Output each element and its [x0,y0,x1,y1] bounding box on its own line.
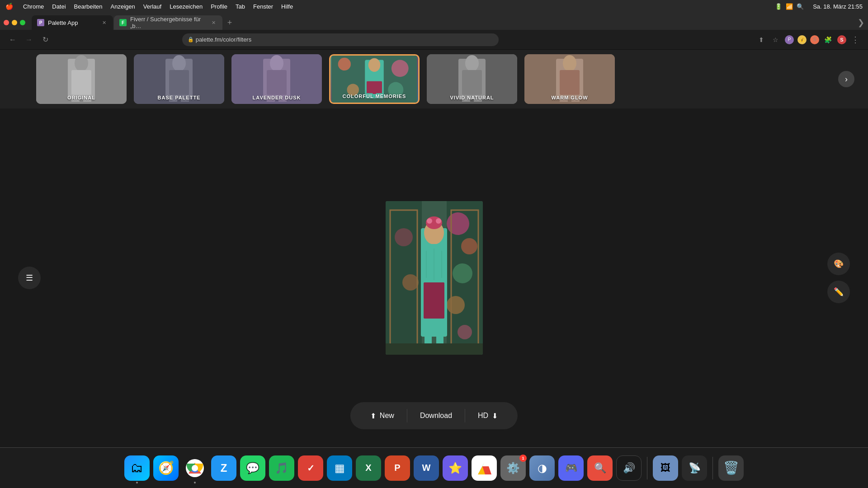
filter-original[interactable]: ORIGINAL [36,54,127,104]
dock-dot-finder [136,482,138,483]
extensions-icon[interactable]: 🧩 [823,34,834,45]
tab-close-palette[interactable]: ✕ [100,19,108,26]
dock-soundsource[interactable]: 🔊 [616,455,642,481]
menubar-fenster[interactable]: Fenster [253,3,273,10]
hd-button[interactable]: HD ⬇ [469,408,507,424]
chrome-icon [186,459,204,477]
dock-todoist[interactable]: ✓ [298,455,323,481]
bookmark-icon[interactable]: ☆ [770,34,781,45]
svg-rect-32 [462,70,482,95]
dock-superstar[interactable]: ⭐ [443,455,468,481]
hamburger-icon: ☰ [26,273,33,283]
dock-excel[interactable]: X [356,455,381,481]
svg-rect-15 [267,70,287,95]
hd-download-icon: ⬇ [492,412,498,420]
traffic-light-green[interactable] [20,20,25,25]
traffic-light-yellow[interactable] [12,20,17,25]
dock-chrome[interactable] [182,455,208,481]
dock-finder[interactable]: 🗂 [124,455,150,481]
menubar-bearbeiten[interactable]: Bearbeiten [74,3,103,10]
arc-icon: ◑ [538,462,547,474]
dock-arc[interactable]: ◑ [529,455,555,481]
dock-trello[interactable]: ▦ [327,455,352,481]
svg-point-2 [75,55,88,71]
spotify-icon: 🎵 [275,462,288,474]
menubar-icon-search[interactable]: 🔍 [797,3,804,10]
finder-icon: 🗂 [131,460,143,475]
zoom-icon: Z [221,462,227,474]
apple-menu[interactable]: 🍎 [5,3,13,10]
filter-colorful-memories[interactable]: COLORFUL MEMORIES [329,54,420,104]
filter-lavender-dusk[interactable]: LAVENDER DUSK [231,54,322,104]
filter-colorful-label: COLORFUL MEMORIES [330,94,418,99]
dock-trash[interactable]: 🗑️ [718,455,744,481]
svg-point-19 [338,58,351,70]
dock-gdrive[interactable] [472,455,497,481]
tab-favicon-fiverr: F [119,19,127,26]
dock-preview[interactable]: 🖼 [653,455,678,481]
dock-remotedesktop[interactable]: 🔍 [587,455,613,481]
traffic-light-red[interactable] [4,20,9,25]
action-divider-2 [465,409,465,422]
pen-icon: ✏️ [834,287,844,297]
filter-vivid-natural[interactable]: VIVID NATURAL [427,54,517,104]
filter-base-palette[interactable]: BASE PALETTE [134,54,224,104]
menu-button[interactable]: ☰ [18,267,41,289]
dock-zoom[interactable]: Z [211,455,236,481]
palette-tool-button[interactable]: 🎨 [827,253,850,275]
tab-close-fiverr[interactable]: ✕ [210,19,217,26]
menubar-lesezeichen[interactable]: Lesezeichen [170,3,203,10]
url-text: palette.fm/color/filters [196,36,252,43]
more-options-icon[interactable]: ⋮ [850,34,861,45]
filter-warm-glow[interactable]: WARM GLOW [524,54,615,104]
whatsapp-icon: 💬 [246,462,259,474]
svg-point-47 [447,296,465,314]
preview-icon: 🖼 [660,462,670,474]
extension-2-icon[interactable]: 💰 [797,35,807,44]
svg-point-31 [465,55,479,71]
new-tab-button[interactable]: + [223,16,236,29]
safari-icon: 🧭 [158,460,174,475]
filter-lavender-label: LAVENDER DUSK [231,95,322,100]
hd-label: HD [478,412,488,420]
new-button[interactable]: ⬆ New [361,408,403,424]
menubar-hilfe[interactable]: Hilfe [281,3,293,10]
dock-safari[interactable]: 🧭 [153,455,179,481]
dock-word[interactable]: W [414,455,439,481]
dock-settings[interactable]: ⚙️ 1 [500,455,526,481]
menubar-profile[interactable]: Profile [211,3,227,10]
dock-spotify[interactable]: 🎵 [269,455,294,481]
filter-next-arrow[interactable]: › [838,71,854,87]
dock-airdrop[interactable]: 📡 [682,455,707,481]
svg-point-20 [392,60,409,77]
forward-button[interactable]: → [24,34,34,45]
soundsource-icon: 🔊 [623,462,635,474]
menubar-icon-wifi: 📶 [786,3,793,10]
remotedesktop-icon: 🔍 [594,462,606,474]
menubar-verlauf[interactable]: Verlauf [143,3,161,10]
extension-1-icon[interactable]: P [785,35,794,44]
svg-rect-59 [424,282,444,319]
filter-vivid-label: VIVID NATURAL [427,95,517,100]
profile-icon[interactable]: S [837,35,846,44]
download-button[interactable]: Download [411,408,461,423]
pen-tool-button[interactable]: ✏️ [827,281,850,303]
dock-whatsapp[interactable]: 💬 [240,455,265,481]
back-button[interactable]: ← [7,34,18,45]
menubar-datetime: Sa. 18. März 21:55 [813,3,863,10]
tab-palette[interactable]: P Palette App ✕ [32,15,113,30]
menubar-tab[interactable]: Tab [236,3,245,10]
dock-powerpoint[interactable]: P [385,455,410,481]
dock-discord[interactable]: 🎮 [558,455,584,481]
menubar-chrome[interactable]: Chrome [23,3,44,10]
share-icon[interactable]: ⬆ [756,34,767,45]
menubar-anzeigen[interactable]: Anzeigen [111,3,135,10]
ppt-icon: P [394,463,400,473]
reload-button[interactable]: ↻ [40,34,51,45]
url-bar[interactable]: 🔒 palette.fm/color/filters [182,33,499,46]
extension-3-icon[interactable]: S [810,35,819,44]
menubar-datei[interactable]: Datei [52,3,66,10]
word-icon: W [422,463,431,473]
discord-icon: 🎮 [565,462,577,474]
tab-fiverr[interactable]: F Fiverr / Suchergebnisse für „b… ✕ [114,15,222,30]
